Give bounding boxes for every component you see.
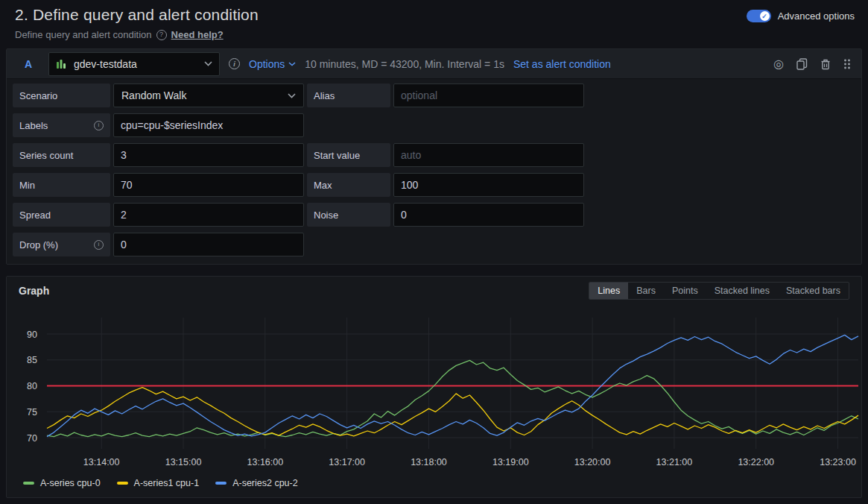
- legend-series-name: A-series1 cpu-1: [134, 478, 200, 488]
- graph-panel: Graph LinesBarsPointsStacked linesStacke…: [6, 276, 862, 498]
- graph-style-tab-bars[interactable]: Bars: [628, 283, 664, 299]
- max-input[interactable]: [393, 173, 584, 197]
- query-editor-form: Scenario Random Walk Alias Labels i Seri…: [7, 79, 861, 267]
- x-axis-tick-label: 13:19:00: [492, 457, 529, 467]
- labels-label: Labels i: [13, 113, 110, 137]
- alias-input[interactable]: [393, 84, 584, 107]
- drop-info-icon[interactable]: i: [94, 240, 104, 250]
- scenario-value: Random Walk: [121, 89, 186, 101]
- need-help-link[interactable]: Need help?: [171, 29, 224, 40]
- x-axis-tick-label: 13:15:00: [165, 457, 202, 467]
- graph-style-tab-stacked-lines[interactable]: Stacked lines: [706, 283, 778, 299]
- legend-color-dash: [215, 482, 226, 485]
- page-title: 2. Define query and alert condition: [15, 6, 853, 24]
- legend-item[interactable]: A-series2 cpu-2: [215, 478, 298, 488]
- drop-label: Drop (%) i: [13, 233, 110, 256]
- help-icon[interactable]: ?: [156, 30, 167, 40]
- legend-color-dash: [117, 482, 128, 485]
- query-stats-text: 10 minutes, MD = 43200, Min. Interval = …: [305, 58, 504, 70]
- legend-item[interactable]: A-series1 cpu-1: [117, 478, 200, 488]
- x-axis-tick-label: 13:16:00: [247, 457, 284, 467]
- page-header: 2. Define query and alert condition Defi…: [0, 0, 868, 40]
- toggle-check-icon: ✓: [760, 11, 770, 21]
- y-axis-tick-label: 75: [27, 407, 37, 418]
- series-count-label: Series count: [13, 143, 110, 167]
- legend-series-name: A-series2 cpu-2: [232, 478, 298, 488]
- spread-input[interactable]: [113, 203, 304, 227]
- y-axis-tick-label: 70: [27, 433, 37, 444]
- noise-label: Noise: [307, 203, 390, 227]
- y-axis-tick-label: 85: [27, 355, 37, 365]
- alias-label: Alias: [307, 84, 390, 107]
- advanced-options-toggle[interactable]: ✓: [747, 10, 771, 22]
- scenario-label: Scenario: [13, 84, 110, 107]
- x-axis-tick-label: 13:17:00: [329, 457, 365, 467]
- delete-query-icon[interactable]: [820, 58, 831, 70]
- spread-label: Spread: [13, 203, 110, 227]
- options-button[interactable]: Options: [249, 58, 296, 70]
- max-label: Max: [307, 173, 390, 197]
- x-axis-tick-label: 13:14:00: [83, 457, 120, 467]
- graph-style-tabs: LinesBarsPointsStacked linesStacked bars: [589, 282, 849, 300]
- chevron-down-icon: [204, 61, 212, 66]
- chevron-down-icon: [288, 93, 296, 98]
- start-value-label: Start value: [307, 143, 390, 167]
- advanced-options-toggle-group: ✓ Advanced options: [747, 10, 855, 22]
- testdata-datasource-icon: [56, 58, 68, 70]
- query-row-header: A gdev-testdata i Options 10 minutes, MD…: [7, 49, 861, 79]
- x-axis-tick-label: 13:20:00: [574, 457, 611, 467]
- drag-handle-icon[interactable]: [843, 58, 851, 70]
- scenario-select[interactable]: Random Walk: [113, 84, 304, 107]
- series-count-input[interactable]: [113, 143, 304, 167]
- graph-style-tab-stacked-bars[interactable]: Stacked bars: [778, 283, 849, 299]
- labels-input[interactable]: [113, 113, 304, 137]
- page-subtitle: Define query and alert condition: [15, 29, 152, 40]
- legend-series-name: A-series cpu-0: [40, 478, 101, 488]
- y-axis-tick-label: 90: [27, 330, 37, 340]
- datasource-name: gdev-testdata: [74, 58, 198, 70]
- query-ref-id: A: [17, 58, 39, 70]
- x-axis-tick-label: 13:23:00: [820, 457, 856, 467]
- x-axis-tick-label: 13:18:00: [411, 457, 447, 467]
- datasource-picker[interactable]: gdev-testdata: [48, 52, 220, 76]
- query-info-icon[interactable]: i: [229, 58, 240, 69]
- graph-style-tab-points[interactable]: Points: [664, 283, 706, 299]
- x-axis-tick-label: 13:22:00: [738, 457, 774, 467]
- min-input[interactable]: [113, 173, 304, 197]
- graph-legend: A-series cpu-0A-series1 cpu-1A-series2 c…: [7, 478, 861, 488]
- series-line: [47, 360, 858, 436]
- query-editor-panel: A gdev-testdata i Options 10 minutes, MD…: [6, 48, 862, 265]
- set-alert-condition-button[interactable]: Set as alert condition: [513, 58, 611, 70]
- graph-style-tab-lines[interactable]: Lines: [589, 283, 628, 299]
- drop-input[interactable]: [113, 233, 304, 256]
- x-axis-tick-label: 13:21:00: [656, 457, 693, 467]
- duplicate-query-icon[interactable]: [796, 58, 808, 70]
- legend-item[interactable]: A-series cpu-0: [23, 478, 101, 488]
- chevron-down-icon: [288, 62, 296, 66]
- labels-info-icon[interactable]: i: [94, 121, 104, 130]
- query-actions: ◎: [773, 58, 851, 70]
- graph-canvas[interactable]: 707580859013:14:0013:15:0013:16:0013:17:…: [7, 303, 861, 476]
- graph-panel-title: Graph: [19, 285, 49, 297]
- y-axis-tick-label: 80: [27, 381, 37, 391]
- options-label: Options: [249, 58, 285, 70]
- start-value-input[interactable]: [393, 143, 584, 167]
- disable-query-icon[interactable]: ◎: [773, 58, 784, 70]
- noise-input[interactable]: [393, 203, 584, 227]
- advanced-options-label: Advanced options: [778, 10, 855, 22]
- graph-panel-header: Graph LinesBarsPointsStacked linesStacke…: [7, 277, 861, 302]
- min-label: Min: [13, 173, 110, 197]
- legend-color-dash: [23, 482, 34, 485]
